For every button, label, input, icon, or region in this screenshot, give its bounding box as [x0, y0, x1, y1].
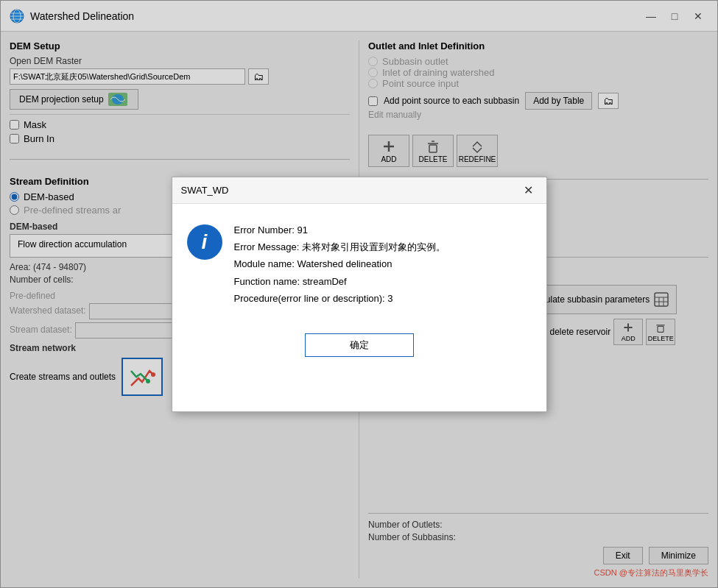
- procedure-label: Procedure(error line or description):: [234, 293, 385, 304]
- function-name-row: Function name: streamDef: [234, 273, 532, 290]
- error-message-value: 未将对象引用设置到对象的实例。: [302, 241, 446, 252]
- modal-close-button[interactable]: ✕: [520, 181, 538, 199]
- error-message-row: Error Message: 未将对象引用设置到对象的实例。: [234, 238, 532, 255]
- procedure-row: Procedure(error line or description): 3: [234, 290, 532, 307]
- error-number-value: 91: [297, 224, 307, 235]
- modal-overlay: SWAT_WD ✕ i Error Number: 91 Error Messa…: [1, 1, 717, 587]
- error-number-row: Error Number: 91: [234, 222, 532, 238]
- module-name-row: Module name: Watershed delineation: [234, 255, 532, 272]
- function-name-label: Function name:: [234, 276, 300, 287]
- modal-footer: 确定: [172, 325, 546, 372]
- module-name-value: Watershed delineation: [298, 258, 393, 269]
- error-message-label: Error Message:: [234, 241, 300, 252]
- module-name-label: Module name:: [234, 258, 295, 269]
- function-name-value: streamDef: [303, 276, 347, 287]
- modal-dialog: SWAT_WD ✕ i Error Number: 91 Error Messa…: [172, 177, 547, 412]
- modal-info-icon: i: [187, 224, 222, 260]
- procedure-value: 3: [387, 293, 393, 304]
- modal-text: Error Number: 91 Error Message: 未将对象引用设置…: [234, 222, 532, 308]
- modal-ok-button[interactable]: 确定: [305, 333, 414, 357]
- modal-title-bar: SWAT_WD ✕: [172, 177, 546, 204]
- modal-title: SWAT_WD: [181, 185, 229, 196]
- error-number-label: Error Number:: [234, 224, 295, 235]
- main-window: Watershed Delineation — □ ✕ DEM Setup Op…: [0, 0, 718, 588]
- modal-body: i Error Number: 91 Error Message: 未将对象引用…: [172, 204, 546, 325]
